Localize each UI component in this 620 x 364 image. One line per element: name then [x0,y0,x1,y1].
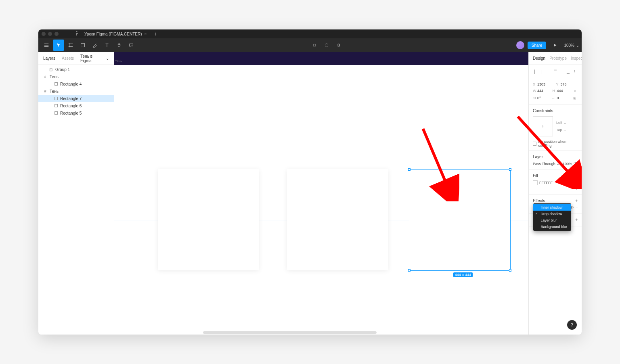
constraint-v-select[interactable]: Top ⌄ [556,128,567,132]
frame-label: Тень [115,59,122,63]
layer-row[interactable]: Rectangle 6 [38,102,114,109]
align-top-icon[interactable]: ▔ [552,69,558,75]
canvas[interactable]: Тень 444 × 444 [114,52,528,335]
layer-name: Тень [50,89,59,94]
align-vcenter-icon[interactable]: ─ [559,69,565,75]
plus-icon: + [541,123,544,129]
selection-handle[interactable] [408,269,411,272]
layer-opacity[interactable]: 100% [563,162,572,166]
style-icon[interactable]: ⊞ [571,174,574,178]
present-button[interactable] [549,40,561,51]
user-avatar[interactable] [516,41,524,49]
document-tab[interactable]: Уроки Figma (FIGMA.CENTER) × [81,30,150,38]
dropdown-item-inner-shadow[interactable]: Inner shadow [533,204,571,211]
fill-color-swatch[interactable] [533,180,538,185]
layer-row[interactable]: ⊡Group 1 [38,66,114,73]
help-button[interactable]: ? [567,320,577,330]
page-selector[interactable]: Тень в Figma ⌄ [80,54,109,63]
blend-mode-select[interactable]: Pass Through ⌄ [533,162,559,166]
zoom-control[interactable]: 100% ⌄ [564,43,579,48]
layer-section: Layer Pass Through ⌄ 100% 👁 [529,151,582,169]
align-left-icon[interactable]: ▏ [533,69,538,75]
title-bar: Уроки Figma (FIGMA.CENTER) × + [38,29,582,38]
rotation-value: 0° [537,96,541,100]
frame-tool[interactable] [65,40,76,51]
fix-scroll-checkbox[interactable]: Fix position when scrolling [533,138,578,148]
share-button[interactable]: Share [528,42,547,49]
menu-button[interactable] [41,40,52,51]
shape-tool[interactable] [77,40,88,51]
frame-icon [43,89,47,93]
height-input[interactable]: H444 [553,89,571,93]
rectangle-icon [54,111,58,115]
layer-row[interactable]: Тень [38,73,114,80]
w-value: 444 [537,89,543,93]
visibility-icon[interactable]: 👁 [574,161,578,166]
layer-row[interactable]: Rectangle 4 [38,80,114,88]
add-stroke-button[interactable]: + [576,187,578,191]
width-input[interactable]: W444 [533,89,551,93]
hand-tool[interactable] [113,40,125,51]
selection-handle[interactable] [509,168,511,171]
geometry-section: X1303 Y376 W444 H444 ⟐ ⟲0° ⌐0 ⊞ [529,79,582,105]
dropdown-item-background-blur[interactable]: Background blur [533,224,571,230]
y-input[interactable]: Y376 [556,82,578,86]
tab-design[interactable]: Design [533,56,545,61]
x-input[interactable]: X1303 [533,82,555,86]
component-tool-icon[interactable] [309,40,320,51]
layer-row-selected[interactable]: Rectangle 7 [38,95,114,102]
layer-name: Rectangle 7 [60,96,82,101]
remove-effect-button[interactable]: − [576,206,578,210]
add-effect-button[interactable]: + [575,199,578,203]
mask-tool-icon[interactable] [321,40,332,51]
add-export-button[interactable]: + [575,218,578,222]
minimize-window-icon[interactable] [48,32,52,36]
tab-inspect[interactable]: Inspect [571,56,582,61]
selection-handle[interactable] [408,168,411,171]
align-right-icon[interactable]: ▕ [546,69,551,75]
boolean-tool-icon[interactable] [333,40,344,51]
text-tool[interactable] [101,40,113,51]
tab-title: Уроки Figma (FIGMA.CENTER) [84,32,142,36]
selection-handle[interactable] [509,269,511,272]
tab-layers[interactable]: Layers [43,56,55,61]
remove-fill-button[interactable]: − [576,181,578,185]
independent-corners-icon[interactable]: ⊞ [572,95,578,101]
distribute-icon[interactable]: ⋮ [572,69,578,75]
dropdown-item-drop-shadow[interactable]: ✓Drop shadow [533,211,571,217]
radius-input[interactable]: ⌐0 [553,96,571,100]
constraints-widget[interactable]: + [533,116,553,136]
close-tab-icon[interactable]: × [145,32,147,36]
layer-name: Тень [50,75,59,79]
constraint-h-select[interactable]: Left ⌄ [556,121,567,125]
tab-prototype[interactable]: Prototype [549,56,567,61]
move-tool[interactable] [53,40,64,51]
close-window-icon[interactable] [42,32,46,36]
visibility-icon[interactable]: 👁 [570,181,574,185]
align-bottom-icon[interactable]: ▁ [566,69,571,75]
fill-hex[interactable]: FFFFFF [539,181,553,185]
layer-name: Rectangle 4 [60,82,82,86]
add-tab-button[interactable]: + [151,31,159,37]
tab-assets[interactable]: Assets [62,56,74,61]
rotation-input[interactable]: ⟲0° [533,96,551,100]
fill-opacity[interactable]: 100% [559,181,568,185]
maximize-window-icon[interactable] [54,32,59,36]
layer-name: Rectangle 5 [60,111,82,115]
layer-row[interactable]: Rectangle 5 [38,109,114,117]
dropdown-item-layer-blur[interactable]: Layer blur [533,217,571,224]
canvas-rectangle-selected[interactable] [409,169,511,271]
align-section: ▏ │ ▕ ▔ ─ ▁ ⋮ [529,65,582,79]
add-fill-button[interactable]: + [575,174,578,178]
comment-tool[interactable] [126,40,137,51]
align-hcenter-icon[interactable]: │ [539,69,545,75]
canvas-rectangle[interactable] [287,169,388,270]
layer-row[interactable]: Тень [38,88,114,95]
radius-value: 0 [557,96,559,100]
horizontal-scrollbar[interactable] [203,331,377,334]
pen-tool[interactable] [89,40,101,51]
figma-logo-icon[interactable] [75,31,80,36]
lock-aspect-icon[interactable]: ⟐ [572,88,578,94]
chevron-down-icon: ⌄ [106,56,109,61]
canvas-rectangle[interactable] [158,169,259,270]
